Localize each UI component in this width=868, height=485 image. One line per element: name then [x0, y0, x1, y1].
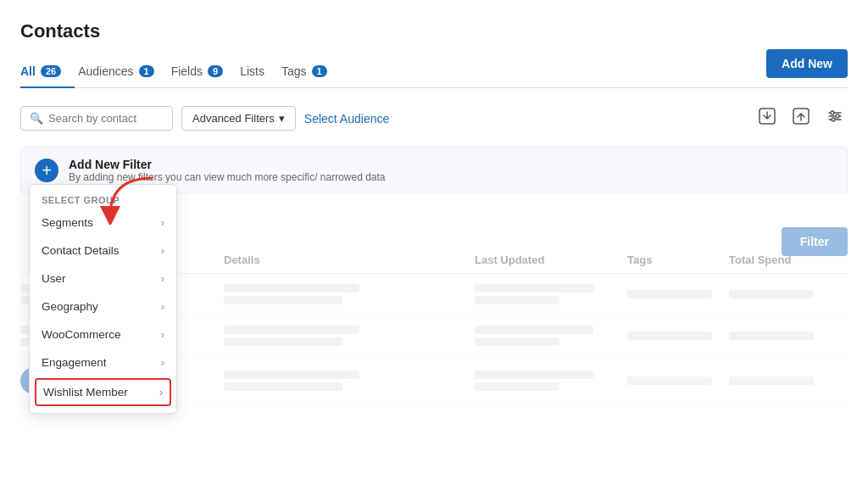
col-last-updated: Last Updated [475, 254, 627, 266]
filter-button[interactable]: Filter [782, 227, 848, 256]
tab-tags-label: Tags [281, 64, 307, 78]
svg-point-6 [836, 114, 839, 118]
search-input[interactable] [48, 112, 159, 125]
page-title: Contacts [20, 20, 848, 42]
dropdown-woocommerce-label: WooCommerce [42, 328, 121, 341]
tab-lists-label: Lists [240, 64, 264, 78]
tab-tags-badge: 1 [312, 65, 327, 77]
chevron-right-icon: › [161, 245, 164, 257]
dropdown-contact-details-label: Contact Details [42, 244, 120, 257]
page-wrapper: Contacts All 26 Audiences 1 Fields 9 Lis… [0, 0, 868, 485]
advanced-filters-button[interactable]: Advanced Filters ▾ [181, 106, 296, 131]
chevron-right-icon: › [161, 217, 164, 229]
dropdown-header: Select Group [30, 190, 176, 209]
add-filter-circle-btn[interactable]: + [35, 159, 58, 182]
chevron-right-icon: › [161, 273, 164, 285]
filter-row: 🔍 Advanced Filters ▾ Select Audience [20, 103, 848, 133]
dropdown-item-user[interactable]: User › [30, 265, 176, 293]
svg-point-5 [831, 111, 834, 114]
col-tags: Tags [627, 254, 729, 266]
dropdown-item-geography[interactable]: Geography › [30, 293, 176, 321]
import-button[interactable] [754, 103, 780, 133]
dropdown-item-segments[interactable]: Segments › [30, 209, 176, 237]
dropdown-engagement-label: Engagement [42, 356, 107, 369]
chevron-down-icon: ▾ [279, 112, 285, 125]
svg-point-7 [832, 118, 835, 121]
dropdown-segments-label: Segments [42, 216, 93, 229]
filter-button-container: Filter [782, 227, 848, 256]
tab-fields-label: Fields [171, 64, 203, 78]
tab-tags[interactable]: Tags 1 [278, 56, 341, 88]
col-details: Details [224, 254, 475, 266]
add-new-button[interactable]: Add New [766, 49, 848, 78]
tab-fields[interactable]: Fields 9 [168, 56, 236, 88]
search-box[interactable]: 🔍 [20, 106, 173, 131]
filter-settings-icon [826, 107, 844, 125]
dropdown-wishlist-label: Wishlist Member [43, 386, 128, 399]
chevron-right-icon: › [161, 329, 164, 341]
tab-fields-badge: 9 [208, 65, 223, 77]
tab-audiences[interactable]: Audiences 1 [75, 56, 168, 88]
filter-settings-button[interactable] [822, 103, 848, 133]
add-filter-title: Add New Filter [69, 158, 386, 171]
plus-icon: + [42, 161, 52, 181]
chevron-right-icon: › [161, 301, 164, 313]
chevron-right-icon: › [161, 357, 164, 369]
tab-all[interactable]: All 26 [20, 56, 75, 88]
export-icon [792, 107, 810, 125]
tab-audiences-label: Audiences [78, 64, 133, 78]
export-button[interactable] [788, 103, 814, 133]
dropdown-item-engagement[interactable]: Engagement › [30, 348, 176, 376]
search-icon: 🔍 [30, 112, 43, 125]
dropdown-menu: Select Group Segments › Contact Details … [29, 184, 177, 414]
filter-row-right [754, 103, 848, 133]
tab-audiences-badge: 1 [139, 65, 154, 77]
add-filter-description: By adding new filters you can view much … [69, 171, 386, 183]
dropdown-item-woocommerce[interactable]: WooCommerce › [30, 321, 176, 348]
import-icon [758, 107, 776, 125]
dropdown-geography-label: Geography [42, 300, 98, 313]
advanced-filters-label: Advanced Filters [192, 112, 275, 125]
dropdown-user-label: User [42, 272, 66, 285]
select-audience-link[interactable]: Select Audience [304, 112, 389, 125]
dropdown-item-contact-details[interactable]: Contact Details › [30, 237, 176, 265]
tab-all-badge: 26 [41, 65, 61, 77]
chevron-right-icon: › [159, 387, 163, 399]
add-filter-container: + Add New Filter By adding new filters y… [20, 147, 848, 194]
add-filter-text: Add New Filter By adding new filters you… [69, 158, 386, 183]
dropdown-item-wishlist-member[interactable]: Wishlist Member › [35, 378, 171, 406]
tab-lists[interactable]: Lists [236, 56, 278, 88]
tabs-row: All 26 Audiences 1 Fields 9 Lists Tags 1… [20, 56, 848, 88]
tab-all-label: All [20, 64, 36, 78]
